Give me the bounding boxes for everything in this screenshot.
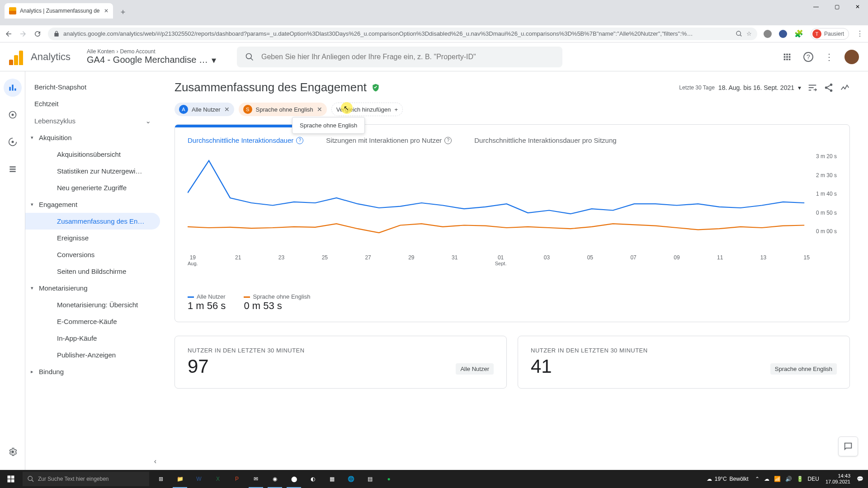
browser-tab[interactable]: Analytics | Zusammenfassung de ✕ bbox=[5, 3, 113, 19]
rail-configure-icon[interactable] bbox=[4, 160, 22, 178]
chip-b-label: Sprache ohne English bbox=[256, 106, 313, 113]
property-picker[interactable]: Alle Konten › Demo Account GA4 - Google … bbox=[87, 48, 216, 66]
address-bar[interactable]: analytics.google.com/analytics/web/#/p21… bbox=[48, 28, 757, 40]
metric-tab-duration-per-session[interactable]: Durchschnittliche Interaktionsdauer pro … bbox=[474, 136, 616, 144]
svg-rect-22 bbox=[11, 479, 14, 483]
profile-chip[interactable]: T Pausiert bbox=[811, 28, 849, 40]
sidebar-collapse-button[interactable]: ‹ bbox=[154, 457, 156, 465]
feedback-button[interactable] bbox=[838, 436, 858, 456]
analytics-logo-icon[interactable] bbox=[9, 49, 24, 65]
svg-rect-13 bbox=[9, 169, 15, 170]
tray-wifi-icon[interactable]: 📶 bbox=[774, 476, 781, 482]
nav-engagement[interactable]: Engagement bbox=[25, 196, 160, 213]
chip-b-remove-icon[interactable]: ✕ bbox=[317, 106, 322, 113]
zoom-icon[interactable] bbox=[736, 30, 743, 38]
date-range-picker[interactable]: Letzte 30 Tage 18. Aug. bis 16. Sept. 20… bbox=[679, 84, 801, 91]
new-tab-button[interactable]: + bbox=[117, 6, 129, 19]
extensions-menu-icon[interactable]: 🧩 bbox=[794, 29, 803, 38]
weather-icon: ☁ bbox=[707, 476, 712, 482]
svg-line-24 bbox=[32, 480, 33, 482]
task-view-icon[interactable]: ⊞ bbox=[152, 470, 170, 488]
nav-snapshot[interactable]: Bericht-Snapshot bbox=[25, 79, 160, 95]
rail-explore-icon[interactable] bbox=[4, 106, 22, 124]
ga-search[interactable] bbox=[237, 47, 562, 67]
nav-mon-overview[interactable]: Monetarisierung: Übersicht bbox=[25, 296, 160, 313]
tray-chevron-icon[interactable]: ⌃ bbox=[755, 476, 760, 482]
nav-acq-stats[interactable]: Statistiken zur Nutzergewi… bbox=[25, 163, 160, 179]
svg-text:?: ? bbox=[807, 53, 810, 61]
weather-temp: 19°C bbox=[715, 476, 727, 482]
metric-tab-avg-duration[interactable]: Durchschnittliche Interaktionsdauer ? bbox=[188, 136, 303, 144]
nav-forward-button[interactable] bbox=[19, 30, 27, 38]
svg-line-1 bbox=[740, 35, 741, 36]
apps-icon[interactable] bbox=[782, 52, 792, 62]
metric-tab-sessions-per-user[interactable]: Sitzungen mit Interaktionen pro Nutzer ? bbox=[326, 136, 452, 144]
tray-language[interactable]: DEU bbox=[808, 476, 819, 482]
rail-advertising-icon[interactable] bbox=[4, 133, 22, 151]
rail-settings-icon[interactable] bbox=[4, 443, 22, 461]
help-icon[interactable]: ? bbox=[803, 52, 814, 62]
start-button[interactable] bbox=[0, 470, 22, 488]
taskbar-chrome-icon[interactable]: ◉ bbox=[266, 470, 284, 488]
taskbar-spotify-icon[interactable]: ● bbox=[380, 470, 398, 488]
nav-mon-publisher[interactable]: Publisher-Anzeigen bbox=[25, 347, 160, 363]
more-menu-icon[interactable]: ⋮ bbox=[825, 52, 834, 62]
taskbar-weather[interactable]: ☁ 19°C Bewölkt bbox=[707, 476, 749, 482]
nav-eng-events[interactable]: Ereignisse bbox=[25, 230, 160, 246]
users-card-language: Nutzer in den letzten 30 Minuten 41 Spra… bbox=[518, 336, 850, 389]
tray-volume-icon[interactable]: 🔊 bbox=[785, 476, 792, 482]
tray-battery-icon[interactable]: 🔋 bbox=[797, 476, 803, 482]
taskbar-word-icon[interactable]: W bbox=[190, 470, 208, 488]
taskbar-obs-icon[interactable]: ⬤ bbox=[285, 470, 303, 488]
svg-point-17 bbox=[825, 86, 828, 89]
taskbar-app-icon[interactable]: ▤ bbox=[361, 470, 379, 488]
taskbar-edge-icon[interactable]: 🌐 bbox=[342, 470, 360, 488]
comparison-chip-all-users[interactable]: A Alle Nutzer ✕ bbox=[175, 103, 234, 116]
taskbar-app-icon[interactable]: ▦ bbox=[323, 470, 341, 488]
taskbar-excel-icon[interactable]: X bbox=[209, 470, 227, 488]
window-close-button[interactable]: ✕ bbox=[847, 0, 868, 14]
extension-icon[interactable] bbox=[764, 30, 772, 38]
window-minimize-button[interactable]: — bbox=[806, 0, 826, 14]
help-icon[interactable]: ? bbox=[444, 137, 452, 144]
nav-back-button[interactable] bbox=[5, 30, 13, 38]
nav-acquisition[interactable]: Akquisition bbox=[25, 129, 160, 146]
window-maximize-button[interactable]: ▢ bbox=[826, 0, 847, 14]
nav-monetization[interactable]: Monetarisierung bbox=[25, 280, 160, 296]
browser-menu-icon[interactable]: ⋮ bbox=[856, 29, 863, 38]
taskbar-app-icon[interactable]: ◐ bbox=[304, 470, 322, 488]
taskbar-mail-icon[interactable]: ✉ bbox=[247, 470, 265, 488]
chip-a-remove-icon[interactable]: ✕ bbox=[224, 106, 230, 113]
nav-lifecycle[interactable]: Lebenszyklus⌃ bbox=[25, 112, 160, 129]
nav-realtime[interactable]: Echtzeit bbox=[25, 95, 160, 112]
page-title: Zusammenfassung des Engagement bbox=[175, 80, 367, 94]
bookmark-star-icon[interactable]: ☆ bbox=[746, 30, 752, 37]
nav-reload-button[interactable] bbox=[33, 30, 42, 38]
svg-rect-19 bbox=[8, 476, 11, 479]
nav-eng-conversions[interactable]: Conversions bbox=[25, 246, 160, 263]
nav-eng-pages[interactable]: Seiten und Bildschirme bbox=[25, 263, 160, 280]
extension-icon[interactable] bbox=[779, 30, 787, 38]
customize-icon[interactable] bbox=[807, 83, 817, 93]
user-avatar[interactable] bbox=[844, 50, 859, 64]
tray-onedrive-icon[interactable]: ☁ bbox=[764, 476, 769, 482]
search-input[interactable] bbox=[261, 53, 554, 61]
taskbar-explorer-icon[interactable]: 📁 bbox=[171, 470, 189, 488]
rail-reports-icon[interactable] bbox=[4, 79, 22, 97]
tab-close-icon[interactable]: ✕ bbox=[104, 8, 108, 14]
taskbar-powerpoint-icon[interactable]: P bbox=[228, 470, 246, 488]
taskbar-search[interactable]: Zur Suche Text hier eingeben bbox=[23, 472, 149, 486]
users-badge-language: Sprache ohne English bbox=[770, 363, 837, 375]
nav-acq-new[interactable]: Neu generierte Zugriffe bbox=[25, 179, 160, 196]
help-icon[interactable]: ? bbox=[296, 137, 303, 144]
taskbar-clock[interactable]: 14:43 17.09.2021 bbox=[826, 473, 850, 485]
nav-eng-summary[interactable]: Zusammenfassung des En… bbox=[25, 213, 160, 230]
comparison-chip-language[interactable]: S Sprache ohne English ✕ bbox=[239, 103, 327, 116]
nav-mon-ecommerce[interactable]: E-Commerce-Käufe bbox=[25, 313, 160, 330]
nav-mon-inapp[interactable]: In-App-Käufe bbox=[25, 330, 160, 347]
nav-acq-overview[interactable]: Akquisitionsübersicht bbox=[25, 146, 160, 163]
tray-notifications-icon[interactable]: 💬 bbox=[857, 476, 863, 482]
nav-retention[interactable]: Bindung bbox=[25, 363, 160, 380]
insights-icon[interactable] bbox=[840, 83, 850, 93]
share-icon[interactable] bbox=[824, 83, 834, 93]
